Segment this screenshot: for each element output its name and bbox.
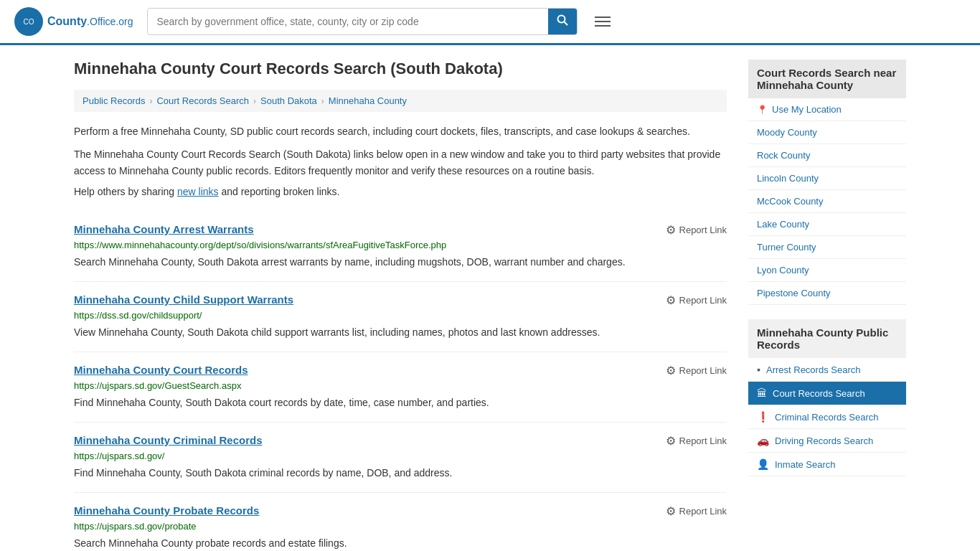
report-link[interactable]: ⚙ Report Link	[666, 434, 727, 448]
county-link[interactable]: Rock County	[748, 144, 906, 166]
county-link[interactable]: Lincoln County	[748, 167, 906, 189]
result-header: Minnehaha County Arrest Warrants ⚙ Repor…	[74, 223, 727, 237]
sidebar: Court Records Search near Minnehaha Coun…	[748, 60, 906, 551]
report-icon: ⚙	[666, 504, 676, 518]
result-title[interactable]: Minnehaha County Criminal Records	[74, 434, 263, 446]
list-item[interactable]: 🏛 Court Records Search	[748, 382, 906, 405]
result-item: Minnehaha County Child Support Warrants …	[74, 282, 727, 352]
list-item[interactable]: 🚗 Driving Records Search	[748, 429, 906, 453]
report-icon: ⚙	[666, 364, 676, 377]
report-icon: ⚙	[666, 223, 676, 237]
main-container: Minnehaha County Court Records Search (S…	[60, 45, 920, 551]
breadcrumb-sep: ›	[253, 96, 256, 106]
county-link[interactable]: McCook County	[748, 190, 906, 212]
menu-line	[595, 17, 611, 18]
list-item: Lincoln County	[748, 167, 906, 190]
result-item: Minnehaha County Arrest Warrants ⚙ Repor…	[74, 212, 727, 282]
rec-icon: 🚗	[757, 435, 769, 446]
svg-text:CO: CO	[24, 18, 34, 26]
public-records-section: Minnehaha County Public Records ▪ Arrest…	[748, 319, 906, 476]
public-records-link[interactable]: Driving Records Search	[775, 435, 873, 446]
report-link[interactable]: ⚙ Report Link	[666, 364, 727, 377]
nearby-counties-list: Moody County Rock County Lincoln County …	[748, 121, 906, 305]
list-item: Moody County	[748, 121, 906, 144]
list-item: McCook County	[748, 190, 906, 213]
svg-point-2	[558, 16, 565, 23]
county-link[interactable]: Moody County	[748, 121, 906, 143]
desc-para-2: The Minnehaha County Court Records Searc…	[74, 146, 727, 179]
rec-icon: 👤	[757, 458, 769, 470]
rec-icon: ▪	[757, 364, 760, 375]
menu-button[interactable]	[592, 14, 613, 29]
search-button[interactable]	[548, 9, 577, 34]
result-header: Minnehaha County Criminal Records ⚙ Repo…	[74, 434, 727, 448]
logo-text: County.Office.org	[47, 15, 133, 28]
result-title[interactable]: Minnehaha County Arrest Warrants	[74, 223, 254, 235]
public-records-header: Minnehaha County Public Records	[748, 319, 906, 358]
search-input[interactable]	[148, 10, 548, 33]
public-records-link[interactable]: Inmate Search	[775, 459, 836, 470]
report-link[interactable]: ⚙ Report Link	[666, 223, 727, 237]
public-records-link[interactable]: Court Records Search	[773, 388, 865, 399]
result-url[interactable]: https://www.minnehahacounty.org/dept/so/…	[74, 240, 727, 250]
result-url[interactable]: https://ujspars.sd.gov/probate	[74, 521, 727, 532]
page-title: Minnehaha County Court Records Search (S…	[74, 60, 727, 78]
result-desc: Search Minnehaha County, South Dakota ar…	[74, 255, 727, 270]
breadcrumb-link-court-records[interactable]: Court Records Search	[156, 95, 249, 106]
list-item[interactable]: ❗ Criminal Records Search	[748, 405, 906, 429]
result-title[interactable]: Minnehaha County Probate Records	[74, 504, 259, 517]
breadcrumb-link-minnehaha[interactable]: Minnehaha County	[329, 95, 407, 106]
result-url[interactable]: https://dss.sd.gov/childsupport/	[74, 310, 727, 321]
result-header: Minnehaha County Probate Records ⚙ Repor…	[74, 504, 727, 518]
desc-para-1: Perform a free Minnehaha County, SD publ…	[74, 123, 727, 139]
county-link[interactable]: Turner County	[748, 236, 906, 258]
result-header: Minnehaha County Child Support Warrants …	[74, 293, 727, 307]
share-note: Help others by sharing new links and rep…	[74, 186, 727, 197]
public-records-link[interactable]: Criminal Records Search	[775, 412, 879, 423]
county-link[interactable]: Lyon County	[748, 259, 906, 281]
logo[interactable]: CO County.Office.org	[14, 7, 133, 36]
results-list: Minnehaha County Arrest Warrants ⚙ Repor…	[74, 212, 727, 551]
breadcrumb-sep: ›	[321, 96, 324, 106]
result-item: Minnehaha County Criminal Records ⚙ Repo…	[74, 423, 727, 493]
result-desc: Find Minnehaha County, South Dakota crim…	[74, 466, 727, 481]
menu-line	[595, 21, 611, 22]
report-link[interactable]: ⚙ Report Link	[666, 504, 727, 518]
rec-icon: ❗	[757, 411, 769, 423]
list-item: Pipestone County	[748, 282, 906, 305]
county-link[interactable]: Pipestone County	[748, 282, 906, 304]
report-icon: ⚙	[666, 434, 676, 448]
list-item[interactable]: 👤 Inmate Search	[748, 453, 906, 476]
result-url[interactable]: https://ujspars.sd.gov/GuestSearch.aspx	[74, 380, 727, 391]
breadcrumb: Public Records › Court Records Search › …	[74, 90, 727, 112]
result-desc: Find Minnehaha County, South Dakota cour…	[74, 395, 727, 410]
result-title[interactable]: Minnehaha County Court Records	[74, 364, 248, 376]
result-desc: View Minnehaha County, South Dakota chil…	[74, 325, 727, 340]
rec-icon: 🏛	[757, 387, 767, 399]
list-item: Turner County	[748, 236, 906, 259]
main-content: Minnehaha County Court Records Search (S…	[74, 60, 727, 551]
report-link[interactable]: ⚙ Report Link	[666, 293, 727, 307]
result-url[interactable]: https://ujspars.sd.gov/	[74, 451, 727, 461]
list-item: Lake County	[748, 213, 906, 236]
county-link[interactable]: Lake County	[748, 213, 906, 235]
public-records-list: ▪ Arrest Records Search 🏛 Court Records …	[748, 358, 906, 476]
use-location[interactable]: 📍 Use My Location	[748, 98, 906, 121]
breadcrumb-link-south-dakota[interactable]: South Dakota	[260, 95, 317, 106]
breadcrumb-sep: ›	[149, 96, 152, 106]
logo-icon: CO	[14, 7, 43, 36]
new-links[interactable]: new links	[177, 186, 219, 197]
result-item: Minnehaha County Court Records ⚙ Report …	[74, 352, 727, 423]
header: CO County.Office.org	[0, 0, 980, 45]
result-title[interactable]: Minnehaha County Child Support Warrants	[74, 293, 293, 306]
breadcrumb-link-public-records[interactable]: Public Records	[83, 95, 145, 106]
svg-line-3	[565, 22, 568, 26]
list-item[interactable]: ▪ Arrest Records Search	[748, 358, 906, 382]
list-item: Lyon County	[748, 259, 906, 282]
list-item: Rock County	[748, 144, 906, 167]
menu-line	[595, 25, 611, 27]
result-item: Minnehaha County Probate Records ⚙ Repor…	[74, 493, 727, 551]
public-records-link[interactable]: Arrest Records Search	[766, 364, 861, 375]
nearby-header: Court Records Search near Minnehaha Coun…	[748, 60, 906, 98]
result-desc: Search Minnehaha County probate records …	[74, 536, 727, 551]
